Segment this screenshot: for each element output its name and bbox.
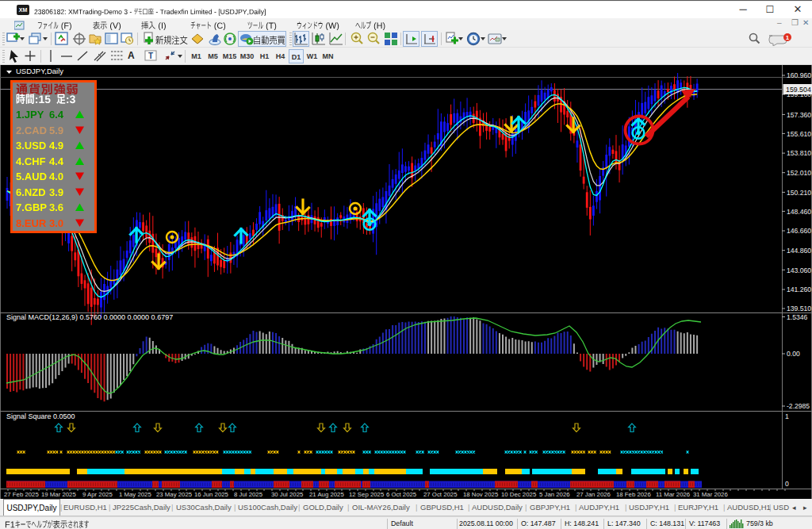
svg-text:Signal Square 0.0500: Signal Square 0.0500 — [6, 412, 75, 420]
svg-text:144.860: 144.860 — [787, 247, 811, 255]
svg-text:USDJPY,Daily: USDJPY,Daily — [16, 67, 63, 75]
svg-text:30 Jul 2025: 30 Jul 2025 — [271, 491, 304, 498]
svg-text:1: 1 — [785, 412, 789, 420]
svg-text:139.510: 139.510 — [787, 305, 811, 312]
svg-text:18 Feb 2026: 18 Feb 2026 — [616, 491, 651, 498]
svg-text:153.810: 153.810 — [787, 149, 811, 157]
svg-text:0: 0 — [785, 480, 789, 488]
svg-text:16 Jun 2025: 16 Jun 2025 — [194, 491, 229, 498]
svg-text:18 Nov 2025: 18 Nov 2025 — [463, 491, 499, 498]
svg-text:9 Apr 2025: 9 Apr 2025 — [82, 491, 113, 498]
svg-text:Signal MACD(12,26,9) 0.5760 0.: Signal MACD(12,26,9) 0.5760 0.0000 0.000… — [6, 313, 173, 321]
svg-text:146.660: 146.660 — [787, 227, 811, 235]
svg-text:11 Mar 2026: 11 Mar 2026 — [656, 491, 690, 498]
svg-text:27 Jan 2026: 27 Jan 2026 — [576, 491, 611, 498]
svg-text:0.00: 0.00 — [787, 350, 800, 358]
svg-text:-2.2985: -2.2985 — [787, 402, 810, 410]
svg-text:148.460: 148.460 — [787, 208, 811, 216]
svg-text:19 Mar 2025: 19 Mar 2025 — [41, 491, 76, 498]
svg-text:155.610: 155.610 — [787, 130, 811, 138]
svg-text:157.360: 157.360 — [787, 111, 811, 119]
svg-text:141.260: 141.260 — [787, 286, 811, 293]
svg-text:1: 1 — [786, 34, 790, 41]
svg-text:27 Feb 2025: 27 Feb 2025 — [4, 491, 39, 498]
svg-text:1 May 2025: 1 May 2025 — [119, 491, 151, 498]
svg-text:21 Aug 2025: 21 Aug 2025 — [309, 491, 344, 498]
svg-text:27 Oct 2025: 27 Oct 2025 — [423, 491, 458, 498]
svg-text:31 Mar 2026: 31 Mar 2026 — [693, 491, 728, 498]
svg-text:150.210: 150.210 — [787, 189, 811, 197]
svg-text:6 Oct 2025: 6 Oct 2025 — [386, 491, 417, 498]
svg-text:1.5346: 1.5346 — [787, 313, 808, 321]
svg-text:8 Jul 2025: 8 Jul 2025 — [234, 491, 263, 498]
svg-text:5 Jan 2026: 5 Jan 2026 — [539, 491, 570, 498]
svg-text:T: T — [148, 52, 153, 60]
svg-text:143.060: 143.060 — [787, 266, 811, 274]
svg-text:159.504: 159.504 — [786, 86, 811, 94]
svg-text:10 Dec 2025: 10 Dec 2025 — [501, 491, 537, 498]
svg-text:12 Sep 2025: 12 Sep 2025 — [349, 491, 385, 498]
svg-text:160.960: 160.960 — [787, 71, 811, 79]
svg-text:152.010: 152.010 — [787, 169, 811, 177]
svg-text:23 May 2025: 23 May 2025 — [156, 491, 193, 498]
